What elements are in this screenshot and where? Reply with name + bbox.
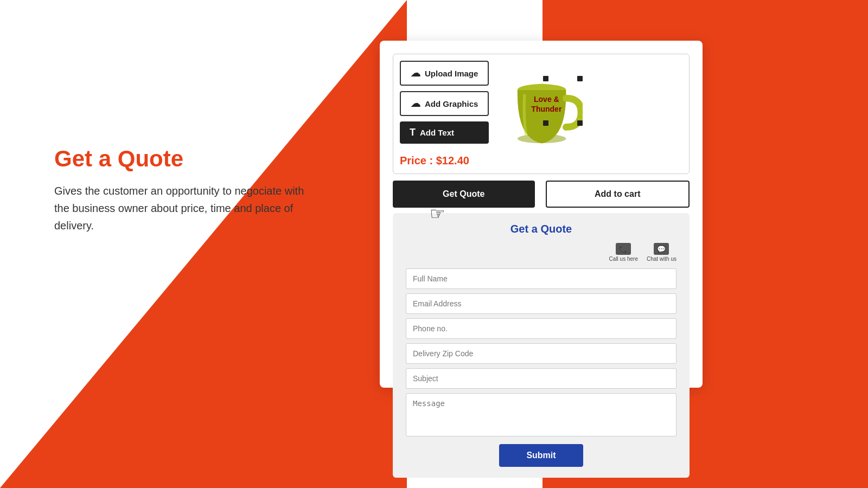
action-buttons: Get Quote Add to cart ☞ xyxy=(393,181,690,208)
handle-top-left xyxy=(543,76,548,81)
zip-input[interactable] xyxy=(406,343,676,364)
mug-svg xyxy=(499,61,583,150)
product-controls: ☁ Upload Image ☁ Add Graphics T Add Text… xyxy=(400,61,489,167)
text-icon: T xyxy=(410,127,416,138)
page-description: Gives the customer an opportunity to neg… xyxy=(54,182,315,234)
subject-input[interactable] xyxy=(406,368,676,389)
handle-bottom-left xyxy=(543,120,548,126)
full-name-input[interactable] xyxy=(406,268,676,289)
handle-bottom-right xyxy=(577,120,583,126)
email-input[interactable] xyxy=(406,293,676,314)
call-us-item: 📞 Call us here xyxy=(609,243,638,262)
chat-icon: 💬 xyxy=(654,243,669,255)
graphics-icon: ☁ xyxy=(411,98,420,110)
message-input[interactable] xyxy=(406,393,676,436)
phone-input[interactable] xyxy=(406,318,676,339)
contact-icons: 📞 Call us here 💬 Chat with us xyxy=(406,243,676,262)
get-quote-button[interactable]: Get Quote xyxy=(393,181,535,208)
left-panel: Get a Quote Gives the customer an opport… xyxy=(54,146,315,234)
handle-top-right xyxy=(577,76,583,81)
add-text-button[interactable]: T Add Text xyxy=(400,121,489,144)
cursor-icon: ☞ xyxy=(430,203,445,224)
add-to-cart-button[interactable]: Add to cart xyxy=(546,181,690,208)
submit-button[interactable]: Submit xyxy=(499,444,583,467)
product-customizer: ☁ Upload Image ☁ Add Graphics T Add Text… xyxy=(393,54,690,174)
upload-icon: ☁ xyxy=(411,67,420,79)
upload-image-button[interactable]: ☁ Upload Image xyxy=(400,61,489,86)
quote-form xyxy=(406,268,676,436)
quote-form-title: Get a Quote xyxy=(406,223,676,235)
product-preview: Love & Thunder xyxy=(499,61,591,156)
phone-icon: 📞 xyxy=(616,243,631,255)
page-title: Get a Quote xyxy=(54,146,315,171)
add-graphics-button[interactable]: ☁ Add Graphics xyxy=(400,91,489,116)
price-label: Price : $12.40 xyxy=(400,155,489,167)
quote-form-section: Get a Quote 📞 Call us here 💬 Chat with u… xyxy=(393,213,690,478)
mug-container: Love & Thunder xyxy=(499,61,585,147)
main-card: ☁ Upload Image ☁ Add Graphics T Add Text… xyxy=(380,41,703,388)
chat-item: 💬 Chat with us xyxy=(647,243,676,262)
